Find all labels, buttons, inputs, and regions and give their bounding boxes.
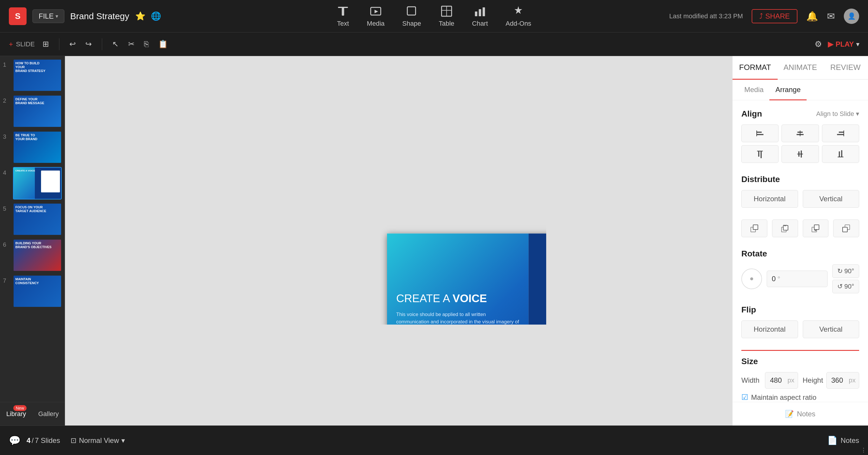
maintain-ratio-label: Maintain aspect ratio	[751, 393, 816, 401]
chat-icon[interactable]: 💬	[9, 435, 21, 446]
notifications-icon[interactable]: 🔔	[806, 11, 818, 22]
slide-label: + SLIDE	[9, 40, 35, 48]
right-panel-content: Align Align to Slide ▾	[733, 100, 868, 402]
rotate-dial[interactable]	[741, 268, 762, 289]
notes-section[interactable]: 📝 Notes	[733, 402, 868, 425]
arrange-subtab[interactable]: Arrange	[769, 80, 806, 100]
slide-num-1: 1	[3, 61, 10, 68]
share-button[interactable]: ⤴ SHARE	[752, 9, 798, 23]
library-tab[interactable]: Library New	[0, 402, 32, 425]
media-subtab[interactable]: Media	[738, 80, 769, 100]
slide-panel-footer: Library New Gallery	[0, 402, 65, 425]
svg-rect-17	[839, 132, 844, 133]
slide-thumb-4[interactable]: 4 CREATE A VOICE ⋮	[3, 167, 62, 199]
undo-icon[interactable]: ↩	[68, 38, 78, 51]
svg-rect-32	[783, 225, 788, 230]
slide-left-panel: CREATE A VOICE This voice should be appl…	[387, 233, 528, 325]
align-center-v-button[interactable]	[781, 145, 819, 163]
align-top-button[interactable]	[741, 145, 779, 163]
align-bottom-button[interactable]	[822, 145, 859, 163]
share-icon: ⤴	[760, 12, 763, 20]
slide-thumb-2[interactable]: 2 DEFINE YOURBRAND MESSAGE ⋮	[3, 95, 62, 127]
gallery-tab[interactable]: Gallery	[32, 402, 65, 425]
layer-buttons	[741, 220, 859, 237]
maintain-ratio-checkbox[interactable]: ☑	[741, 393, 748, 402]
svg-rect-1	[342, 7, 344, 15]
toolbar-media[interactable]: Media	[367, 5, 385, 27]
view-toggle-icon[interactable]: ⊞	[41, 38, 51, 51]
messages-icon[interactable]: ✉	[827, 11, 835, 22]
flip-vertical-button[interactable]: Vertical	[803, 320, 860, 338]
distribute-vertical-button[interactable]: Vertical	[803, 190, 860, 208]
copy-icon[interactable]: ⎘	[142, 38, 151, 51]
globe-icon[interactable]: 🌐	[151, 11, 161, 21]
slide-thumb-6[interactable]: 6 BUILDING YOURBRAND'S OBJECTIVES ⋮	[3, 239, 62, 271]
svg-rect-11	[756, 132, 762, 133]
settings-icon[interactable]: ⚙	[814, 39, 822, 49]
slide-img-3: BE TRUE TOYOUR BRAND	[13, 131, 62, 163]
slide-thumb-3[interactable]: 3 BE TRUE TOYOUR BRAND ⋮	[3, 131, 62, 163]
view-selector[interactable]: ⊡ Normal View ▾	[66, 434, 130, 447]
align-left-button[interactable]	[741, 125, 779, 142]
rotate-section: Rotate 0 ° ↻ 90°	[741, 249, 859, 293]
slide-num-4: 4	[3, 169, 10, 176]
user-avatar[interactable]: 👤	[844, 8, 859, 24]
svg-rect-26	[839, 151, 840, 157]
slide-background: CREATE A VOICE This voice should be appl…	[387, 233, 546, 325]
align-to-slide-button[interactable]: Align to Slide ▾	[816, 110, 859, 118]
notes-label: Notes	[797, 410, 815, 418]
animate-tab[interactable]: ANIMATE	[778, 56, 823, 80]
layer-forward-button[interactable]	[772, 220, 798, 237]
rotate-value-box: 0 °	[767, 270, 828, 287]
text-label: Text	[337, 20, 349, 27]
size-inputs: Width px Height px	[741, 372, 859, 389]
star-icon[interactable]: ⭐	[135, 11, 146, 21]
slide-panel: 1 HOW TO BUILDYOURBRAND STRATEGY ⋮ 2 DEF…	[0, 56, 65, 425]
layer-to-front-button[interactable]	[741, 220, 767, 237]
svg-rect-16	[800, 130, 800, 136]
rotate-value-display[interactable]: 0 °	[767, 270, 828, 287]
svg-rect-4	[407, 7, 415, 15]
add-slide-icon[interactable]: +	[9, 40, 13, 48]
review-tab[interactable]: REVIEW	[823, 56, 868, 80]
toolbar-text[interactable]: Text	[337, 5, 349, 27]
redo-icon[interactable]: ↪	[84, 38, 94, 51]
slide-thumb-7[interactable]: 7 MAINTAINCONSISTENCY ⋮	[3, 275, 62, 307]
align-section: Align Align to Slide ▾	[741, 109, 859, 163]
distribute-horizontal-button[interactable]: Horizontal	[741, 190, 798, 208]
scissors-icon[interactable]: ✂	[126, 38, 136, 51]
rotate-90cw-button[interactable]: ↻ 90°	[832, 264, 859, 278]
layer-to-back-button[interactable]	[833, 220, 859, 237]
title-icons: ⭐ 🌐	[135, 11, 161, 21]
rotate-90ccw-button[interactable]: ↺ 90°	[832, 280, 859, 293]
flip-horizontal-button[interactable]: Horizontal	[741, 320, 798, 338]
width-unit: px	[787, 377, 794, 384]
align-center-h-button[interactable]	[781, 125, 819, 142]
slide-num-7: 7	[3, 278, 10, 284]
shape-toolbar-icon	[405, 5, 418, 18]
layer-backward-button[interactable]	[803, 220, 829, 237]
slide-thumb-5[interactable]: 5 FOCUS ON YOURTARGET AUDIENCE ⋮	[3, 203, 62, 235]
toolbar-chart[interactable]: Chart	[472, 5, 488, 27]
media-toolbar-icon	[370, 5, 382, 18]
toolbar-shape[interactable]: Shape	[402, 5, 421, 27]
file-menu-button[interactable]: FILE ▾	[32, 9, 64, 23]
layer-section	[741, 220, 859, 237]
slide-canvas[interactable]: CREATE A VOICE This voice should be appl…	[387, 233, 546, 325]
cursor-icon[interactable]: ↖	[111, 38, 120, 51]
play-button[interactable]: ▶ PLAY ▾	[828, 40, 859, 48]
chart-toolbar-icon	[474, 5, 486, 18]
toolbar-table[interactable]: Table	[439, 5, 454, 27]
notes-button[interactable]: 📄 Notes	[827, 435, 859, 445]
play-chevron-icon: ▾	[856, 41, 859, 48]
media-label: Media	[367, 20, 385, 27]
align-right-button[interactable]	[822, 125, 859, 142]
topbar: S FILE ▾ Brand Strategy ⭐ 🌐 Text Media	[0, 0, 868, 32]
align-buttons	[741, 125, 859, 163]
toolbar-addons[interactable]: Add-Ons	[506, 5, 531, 27]
format-tab[interactable]: FORMAT	[733, 56, 778, 80]
slide-thumb-1[interactable]: 1 HOW TO BUILDYOURBRAND STRATEGY ⋮	[3, 59, 62, 92]
slide-img-2: DEFINE YOURBRAND MESSAGE	[13, 95, 62, 127]
paste-icon[interactable]: 📋	[156, 38, 169, 51]
right-panel: FORMAT ANIMATE REVIEW Media Arrange Alig…	[732, 56, 868, 425]
